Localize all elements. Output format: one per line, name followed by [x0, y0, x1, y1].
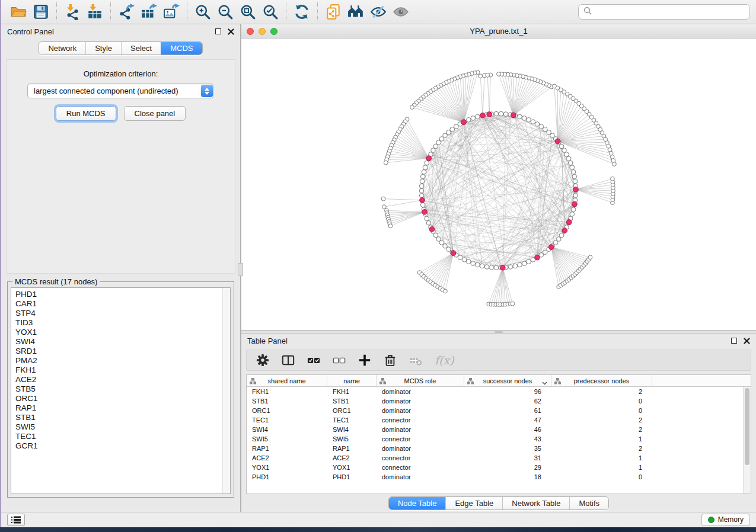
table-row[interactable]: YOX1YOX1connector291 [247, 463, 751, 472]
minimize-window-icon[interactable] [259, 28, 266, 35]
table-cell[interactable]: TEC1 [327, 416, 377, 424]
table-column-header[interactable]: MCDS role [377, 375, 464, 386]
mcds-result-item[interactable]: ACE2 [15, 375, 219, 384]
table-cell[interactable]: ACE2 [327, 454, 377, 462]
mcds-result-item[interactable]: TEC1 [15, 432, 219, 441]
table-row[interactable]: SWI5SWI5connector431 [247, 434, 751, 444]
mcds-result-item[interactable]: GCR1 [15, 441, 219, 451]
scrollbar-thumb[interactable] [745, 388, 749, 465]
table-cell[interactable]: dominator [377, 407, 464, 414]
table-cell[interactable]: 0 [551, 398, 652, 405]
mcds-result-item[interactable]: PMA2 [15, 356, 219, 366]
table-cell[interactable]: 29 [464, 464, 551, 471]
table-cell[interactable]: dominator [377, 398, 464, 405]
table-cell[interactable]: 47 [464, 416, 551, 424]
maximize-window-icon[interactable] [270, 28, 277, 35]
table-cell[interactable]: connector [377, 454, 464, 462]
network-graph[interactable] [241, 39, 756, 330]
delete-table-icon[interactable] [384, 354, 397, 367]
table-cell[interactable]: FKH1 [247, 388, 327, 395]
table-cell[interactable]: TEC1 [247, 416, 327, 424]
table-cell[interactable]: SWI5 [327, 435, 377, 443]
mcds-result-item[interactable]: PHD1 [15, 290, 219, 299]
table-cell[interactable]: RAP1 [247, 445, 327, 452]
zoom-out-icon[interactable] [214, 2, 237, 22]
refresh-icon[interactable] [291, 2, 313, 22]
table-cell[interactable]: STB1 [247, 398, 327, 405]
zoom-selected-icon[interactable] [259, 2, 282, 22]
show-all-icon[interactable] [390, 2, 412, 22]
table-options-icon[interactable] [256, 354, 269, 367]
mcds-result-item[interactable]: SWI5 [15, 422, 219, 432]
mcds-result-item[interactable]: SWI4 [15, 337, 219, 347]
table-cell[interactable]: 35 [464, 445, 551, 452]
table-row[interactable]: SWI4SWI4dominator462 [247, 425, 751, 434]
table-cell[interactable]: 2 [551, 416, 652, 424]
table-scrollbar[interactable] [743, 387, 751, 493]
table-cell[interactable]: SWI5 [247, 435, 327, 443]
search-input[interactable] [595, 8, 745, 17]
table-cell[interactable]: ACE2 [247, 454, 327, 462]
table-cell[interactable]: 18 [464, 473, 551, 480]
table-cell[interactable]: 0 [551, 473, 652, 480]
table-cell[interactable]: YOX1 [247, 464, 327, 471]
table-cell[interactable]: SWI4 [247, 426, 327, 433]
table-row[interactable]: PHD1PHD1dominator180 [247, 472, 751, 482]
table-row[interactable]: FKH1FKH1dominator962 [247, 387, 751, 396]
table-cell[interactable]: dominator [377, 426, 464, 433]
table-cell[interactable]: 1 [551, 464, 652, 471]
table-cell[interactable]: YOX1 [327, 464, 377, 471]
table-cell[interactable]: 61 [464, 407, 551, 414]
table-cell[interactable]: 96 [464, 388, 551, 395]
show-columns-icon[interactable] [282, 354, 295, 367]
tab-select[interactable]: Select [121, 42, 161, 55]
mcds-result-item[interactable]: SRD1 [15, 347, 219, 356]
mcds-result-item[interactable]: RAP1 [15, 403, 219, 413]
zoom-in-icon[interactable] [192, 2, 214, 22]
table-cell[interactable]: 2 [551, 388, 652, 395]
table-cell[interactable]: 0 [551, 407, 652, 414]
mcds-result-item[interactable]: STP4 [15, 309, 219, 318]
table-cell[interactable]: PHD1 [247, 473, 327, 480]
mcds-result-item[interactable]: STB5 [15, 384, 219, 394]
table-row[interactable]: STB1STB1dominator620 [247, 396, 751, 406]
float-panel-icon[interactable] [731, 338, 737, 344]
table-cell[interactable]: SWI4 [327, 426, 377, 433]
tab-motifs[interactable]: Motifs [569, 497, 608, 509]
close-panel-icon[interactable] [228, 28, 234, 35]
table-cell[interactable]: 31 [464, 454, 551, 462]
mcds-result-item[interactable]: STB1 [15, 413, 219, 422]
hide-selected-icon[interactable] [367, 2, 390, 22]
table-cell[interactable]: 46 [464, 426, 551, 433]
vertical-splitter-handle[interactable] [238, 263, 243, 276]
task-history-button[interactable] [7, 514, 25, 526]
table-cell[interactable]: 43 [464, 435, 551, 443]
table-column-header[interactable]: name [327, 375, 377, 386]
table-cell[interactable]: ORC1 [247, 407, 327, 414]
table-cell[interactable]: connector [377, 416, 464, 424]
result-list-scrollbar[interactable] [222, 288, 230, 493]
table-cell[interactable]: connector [377, 435, 464, 443]
tab-mcds[interactable]: MCDS [161, 42, 202, 55]
table-row[interactable]: RAP1RAP1dominator352 [247, 444, 751, 453]
table-row[interactable]: ACE2ACE2connector311 [247, 453, 751, 463]
tab-style[interactable]: Style [85, 42, 121, 55]
import-network-icon[interactable] [61, 2, 84, 22]
table-cell[interactable]: RAP1 [327, 445, 377, 452]
mcds-result-item[interactable]: YOX1 [15, 328, 219, 337]
mcds-result-item[interactable]: CAR1 [15, 299, 219, 309]
table-cell[interactable]: ORC1 [327, 407, 377, 414]
table-cell[interactable]: PHD1 [327, 473, 377, 480]
close-window-icon[interactable] [247, 28, 254, 35]
table-cell[interactable]: connector [377, 464, 464, 471]
memory-button[interactable]: Memory [701, 514, 750, 526]
mcds-result-item[interactable]: TID3 [15, 318, 219, 328]
export-table-icon[interactable] [138, 2, 160, 22]
sort-chevron-icon[interactable] [542, 379, 547, 386]
export-image-icon[interactable] [160, 2, 183, 22]
open-network-home-icon[interactable] [344, 2, 367, 22]
tab-node-table[interactable]: Node Table [389, 497, 446, 509]
export-network-icon[interactable] [115, 2, 138, 22]
network-titlebar[interactable]: YPA_prune.txt_1 [241, 24, 756, 39]
run-mcds-button[interactable]: Run MCDS [56, 106, 116, 121]
